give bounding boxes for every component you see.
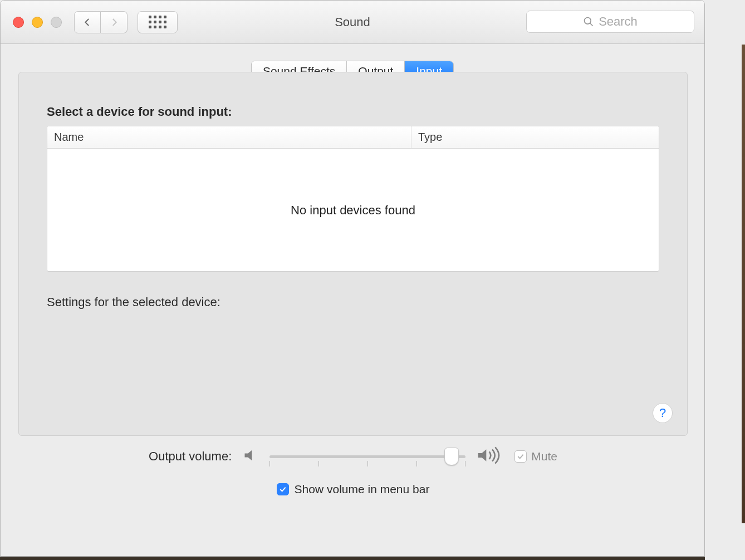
titlebar: Sound Search xyxy=(1,1,704,44)
select-device-label: Select a device for sound input: xyxy=(47,105,232,119)
traffic-lights xyxy=(13,17,62,28)
svg-point-0 xyxy=(585,18,591,24)
empty-message: No input devices found xyxy=(291,203,415,218)
volume-row: Output volume: Mute xyxy=(1,446,705,467)
mute-checkbox[interactable] xyxy=(514,450,527,463)
search-icon xyxy=(583,16,594,27)
table-body: No input devices found xyxy=(47,149,659,272)
search-placeholder: Search xyxy=(599,14,638,29)
slider-ticks xyxy=(269,461,465,466)
table-header: Name Type xyxy=(47,126,659,149)
window-title: Sound xyxy=(335,15,370,30)
volume-slider[interactable] xyxy=(269,455,465,458)
nav-buttons xyxy=(74,11,178,33)
close-icon[interactable] xyxy=(13,17,24,28)
settings-label: Settings for the selected device: xyxy=(47,295,220,310)
volume-label: Output volume: xyxy=(149,449,232,464)
input-panel: Select a device for sound input: Name Ty… xyxy=(18,72,688,436)
footer: Output volume: Mute xyxy=(1,446,705,496)
device-table: Name Type No input devices found xyxy=(47,126,659,272)
minimize-icon[interactable] xyxy=(32,17,43,28)
desktop-bottom-edge xyxy=(0,557,705,560)
check-icon xyxy=(516,452,525,461)
show-all-button[interactable] xyxy=(138,11,178,33)
question-icon: ? xyxy=(659,406,666,420)
forward-button xyxy=(101,11,128,33)
back-button[interactable] xyxy=(74,11,101,33)
show-volume-row: Show volume in menu bar xyxy=(1,483,705,496)
sound-window: Sound Search Sound Effects Output Input … xyxy=(0,0,705,557)
mute-checkbox-group: Mute xyxy=(514,450,557,463)
desktop-edge xyxy=(742,45,745,523)
help-button[interactable]: ? xyxy=(653,403,673,423)
mute-label: Mute xyxy=(531,450,557,463)
column-name[interactable]: Name xyxy=(47,126,411,148)
chevron-right-icon xyxy=(109,17,119,27)
show-volume-label: Show volume in menu bar xyxy=(295,483,430,496)
grid-icon xyxy=(149,16,166,28)
column-type[interactable]: Type xyxy=(411,126,659,148)
check-icon xyxy=(278,485,287,494)
slider-knob[interactable] xyxy=(444,448,459,465)
svg-line-1 xyxy=(590,23,593,26)
slider-track xyxy=(269,455,465,458)
zoom-icon xyxy=(51,17,62,28)
chevron-left-icon xyxy=(82,17,92,27)
show-volume-checkbox[interactable] xyxy=(277,483,289,495)
search-field[interactable]: Search xyxy=(526,11,694,33)
speaker-min-icon xyxy=(243,448,258,465)
speaker-max-icon xyxy=(477,446,503,467)
